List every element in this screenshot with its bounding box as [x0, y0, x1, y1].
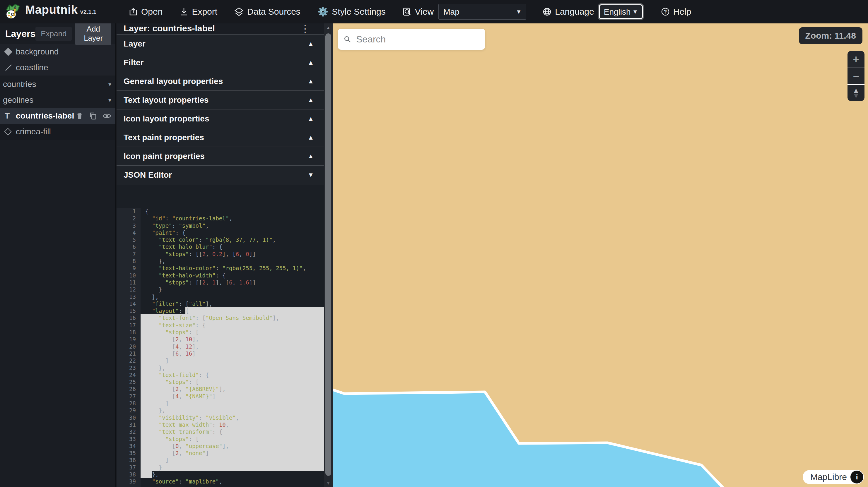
layer-item-coastline[interactable]: coastline — [0, 60, 115, 75]
code-line[interactable]: 30 "visibility": "visible", — [117, 414, 324, 421]
gear-icon: ⚙️​ — [317, 7, 328, 16]
search-input[interactable] — [356, 34, 479, 45]
duplicate-layer-icon[interactable] — [89, 112, 97, 120]
code-line[interactable]: 23 }, — [117, 364, 324, 371]
zoom-in-button[interactable]: + — [847, 51, 865, 68]
line-number: 37 — [117, 464, 141, 471]
scrollbar-thumb[interactable] — [326, 33, 331, 476]
code-line[interactable]: 25 "stops": [ — [117, 379, 324, 385]
code-line[interactable]: 13 }, — [117, 293, 324, 300]
help-button[interactable]: ? Help — [661, 7, 691, 17]
layer-item-countries-label[interactable]: T countries-label — [0, 108, 115, 124]
panel-scrollbar[interactable]: ▲ ▼ — [324, 24, 333, 487]
code-line[interactable]: 12 } — [117, 286, 324, 293]
line-number: 36 — [117, 457, 141, 463]
line-number: 20 — [117, 343, 141, 350]
code-line[interactable]: 26 [2, "{ABBREV}"], — [117, 385, 324, 392]
layer-group-geolines[interactable]: geolines ▾ — [0, 92, 115, 108]
collapse-caret-icon: ▲ — [308, 40, 314, 48]
section-filter[interactable]: Filter ▲ — [117, 53, 324, 72]
section-text-paint[interactable]: Text paint properties ▲ — [117, 128, 324, 147]
data-sources-button[interactable]: Data Sources — [234, 7, 301, 17]
data-sources-label: Data Sources — [247, 7, 301, 17]
line-number: 4 — [117, 229, 141, 236]
code-line[interactable]: 4 "paint": { — [117, 229, 324, 236]
code-line[interactable]: 16 "text-font": ["Open Sans Semibold"], — [117, 314, 324, 321]
code-line[interactable]: 38 }, — [117, 471, 324, 478]
code-line[interactable]: 1{ — [117, 208, 324, 215]
code-line[interactable]: 14 "filter": ["all"], — [117, 300, 324, 307]
code-line[interactable]: 24 "text-field": { — [117, 371, 324, 379]
style-settings-button[interactable]: ⚙️​ Style Settings — [317, 7, 386, 17]
maplibre-link[interactable]: MapLibre — [810, 472, 847, 482]
code-line[interactable]: 21 [6, 16] — [117, 350, 324, 357]
code-line[interactable]: 18 "stops": [ — [117, 329, 324, 336]
code-line[interactable]: 28 ] — [117, 400, 324, 407]
section-label: Layer — [124, 39, 308, 48]
layer-group-countries[interactable]: countries ▾ — [0, 76, 115, 92]
code-line[interactable]: 34 [0, "uppercase"], — [117, 443, 324, 450]
collapse-caret-icon: ▲ — [308, 115, 314, 123]
view-menu[interactable]: View — [403, 7, 434, 17]
code-line[interactable]: 19 [2, 10], — [117, 336, 324, 343]
language-select[interactable]: English — [599, 4, 643, 19]
code-line[interactable]: 6 "text-halo-blur": { — [117, 243, 324, 250]
zoom-out-button[interactable]: − — [847, 68, 865, 84]
view-mode-select[interactable]: Map — [438, 4, 526, 20]
export-button[interactable]: Export — [180, 7, 217, 17]
code-line[interactable]: 27 [4, "{NAME}"] — [117, 393, 324, 400]
code-line[interactable]: 29 }, — [117, 407, 324, 414]
code-line[interactable]: 20 [4, 12], — [117, 343, 324, 350]
app-brand: Maputnik v2.1.1 — [0, 3, 129, 20]
code-line[interactable]: 11 "stops": [[2, 1], [6, 1.6]] — [117, 279, 324, 286]
line-number: 3 — [117, 222, 141, 229]
code-line[interactable]: 37 } — [117, 464, 324, 471]
language-menu: Language — [542, 7, 594, 17]
code-line[interactable]: 2 "id": "countries-label", — [117, 215, 324, 222]
code-line[interactable]: 7 "stops": [[2, 0.2], [6, 0]] — [117, 251, 324, 258]
scrollbar-up-icon[interactable]: ▲ — [324, 25, 333, 30]
code-line[interactable]: 5 "text-color": "rgba(8, 37, 77, 1)", — [117, 236, 324, 243]
visibility-eye-icon[interactable] — [102, 112, 111, 120]
code-line[interactable]: 8 }, — [117, 258, 324, 265]
map-search[interactable] — [338, 29, 485, 50]
top-toolbar: Maputnik v2.1.1 Open Export Data Sources — [0, 0, 868, 24]
section-icon-paint[interactable]: Icon paint properties ▲ — [117, 147, 324, 166]
chevron-down-icon: ▾ — [108, 97, 111, 104]
attribution-info-icon[interactable]: i — [850, 470, 863, 484]
layer-item-crimea-fill[interactable]: crimea-fill — [0, 124, 115, 140]
section-json-editor[interactable]: JSON Editor ▼ — [117, 166, 324, 184]
kebab-menu-icon[interactable]: ⋮ — [301, 25, 310, 33]
code-line[interactable]: 32 "text-transform": { — [117, 428, 324, 435]
code-line[interactable]: 36 ] — [117, 457, 324, 463]
section-layer[interactable]: Layer ▲ — [117, 35, 324, 53]
code-line[interactable]: 9 "text-halo-color": "rgba(255, 255, 255… — [117, 265, 324, 271]
scrollbar-down-icon[interactable]: ▼ — [324, 481, 333, 486]
code-line[interactable]: 35 [2, "none"] — [117, 450, 324, 457]
section-general-layout[interactable]: General layout properties ▲ — [117, 72, 324, 91]
expand-button[interactable]: Expand — [35, 27, 72, 41]
line-number: 35 — [117, 450, 141, 457]
map-viewport[interactable]: Zoom: 11.48 + − ▲▼ MapLibre i — [333, 24, 868, 487]
compass-button[interactable]: ▲▼ — [847, 84, 865, 101]
section-text-layout[interactable]: Text layout properties ▲ — [117, 91, 324, 109]
add-layer-button[interactable]: Add Layer — [75, 22, 111, 45]
section-icon-layout[interactable]: Icon layout properties ▲ — [117, 109, 324, 128]
code-line[interactable]: 31 "text-max-width": 10, — [117, 421, 324, 428]
code-line[interactable]: 3 "type": "symbol", — [117, 222, 324, 229]
compass-icon: ▲▼ — [852, 88, 860, 97]
delete-layer-icon[interactable] — [75, 112, 84, 120]
code-line[interactable]: 10 "text-halo-width": { — [117, 272, 324, 279]
zoom-level-badge: Zoom: 11.48 — [799, 27, 862, 44]
code-line[interactable]: 33 "stops": [ — [117, 435, 324, 443]
layer-item-background[interactable]: background — [0, 44, 115, 60]
code-line[interactable]: 39 "source": "maplibre", — [117, 478, 324, 485]
json-code[interactable]: 1{2 "id": "countries-label",3 "type": "s… — [117, 208, 324, 487]
code-line[interactable]: 17 "text-size": { — [117, 322, 324, 329]
code-line[interactable]: 22 ] — [117, 357, 324, 364]
code-line[interactable]: 15 "layout": { — [117, 307, 324, 314]
app-title: Maputnik — [25, 3, 78, 17]
open-button[interactable]: Open — [129, 7, 162, 17]
fill-outline-layer-icon — [5, 129, 16, 134]
code-line[interactable]: 40 "maxzoom": 24, — [117, 485, 324, 487]
